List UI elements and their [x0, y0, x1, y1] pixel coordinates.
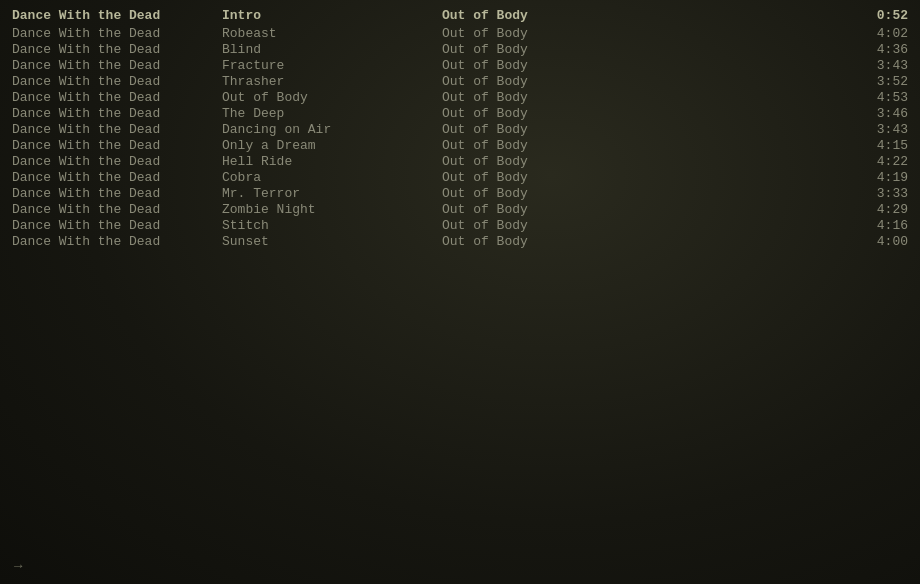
table-row[interactable]: Dance With the DeadMr. TerrorOut of Body…	[0, 186, 920, 202]
track-title: Out of Body	[222, 90, 442, 106]
track-duration: 3:33	[848, 186, 908, 202]
track-artist: Dance With the Dead	[12, 170, 222, 186]
track-duration: 4:15	[848, 138, 908, 154]
track-title: Fracture	[222, 58, 442, 74]
track-album: Out of Body	[442, 154, 848, 170]
track-list-header: Dance With the Dead Intro Out of Body 0:…	[0, 8, 920, 24]
track-title: The Deep	[222, 106, 442, 122]
track-album: Out of Body	[442, 138, 848, 154]
track-duration: 4:53	[848, 90, 908, 106]
track-artist: Dance With the Dead	[12, 106, 222, 122]
track-duration: 4:02	[848, 26, 908, 42]
track-artist: Dance With the Dead	[12, 74, 222, 90]
track-title: Robeast	[222, 26, 442, 42]
table-row[interactable]: Dance With the DeadZombie NightOut of Bo…	[0, 202, 920, 218]
track-album: Out of Body	[442, 90, 848, 106]
track-title: Hell Ride	[222, 154, 442, 170]
track-artist: Dance With the Dead	[12, 42, 222, 58]
table-row[interactable]: Dance With the DeadThe DeepOut of Body3:…	[0, 106, 920, 122]
track-duration: 4:16	[848, 218, 908, 234]
track-duration: 3:52	[848, 74, 908, 90]
track-title: Zombie Night	[222, 202, 442, 218]
track-artist: Dance With the Dead	[12, 154, 222, 170]
track-artist: Dance With the Dead	[12, 26, 222, 42]
table-row[interactable]: Dance With the DeadFractureOut of Body3:…	[0, 58, 920, 74]
track-album: Out of Body	[442, 234, 848, 250]
track-title: Cobra	[222, 170, 442, 186]
track-album: Out of Body	[442, 186, 848, 202]
track-artist: Dance With the Dead	[12, 122, 222, 138]
header-duration: 0:52	[848, 8, 908, 24]
track-album: Out of Body	[442, 218, 848, 234]
track-album: Out of Body	[442, 26, 848, 42]
header-artist: Dance With the Dead	[12, 8, 222, 24]
track-artist: Dance With the Dead	[12, 90, 222, 106]
table-row[interactable]: Dance With the DeadSunsetOut of Body4:00	[0, 234, 920, 250]
track-album: Out of Body	[442, 106, 848, 122]
track-duration: 4:22	[848, 154, 908, 170]
track-duration: 4:00	[848, 234, 908, 250]
track-duration: 4:19	[848, 170, 908, 186]
track-title: Sunset	[222, 234, 442, 250]
table-row[interactable]: Dance With the DeadCobraOut of Body4:19	[0, 170, 920, 186]
header-album: Out of Body	[442, 8, 848, 24]
table-row[interactable]: Dance With the DeadDancing on AirOut of …	[0, 122, 920, 138]
header-title: Intro	[222, 8, 442, 24]
bottom-arrow-icon: →	[14, 558, 22, 574]
table-row[interactable]: Dance With the DeadStitchOut of Body4:16	[0, 218, 920, 234]
table-row[interactable]: Dance With the DeadOnly a DreamOut of Bo…	[0, 138, 920, 154]
track-duration: 3:46	[848, 106, 908, 122]
track-artist: Dance With the Dead	[12, 138, 222, 154]
track-album: Out of Body	[442, 170, 848, 186]
track-title: Stitch	[222, 218, 442, 234]
track-duration: 4:29	[848, 202, 908, 218]
track-album: Out of Body	[442, 58, 848, 74]
track-title: Thrasher	[222, 74, 442, 90]
table-row[interactable]: Dance With the DeadBlindOut of Body4:36	[0, 42, 920, 58]
track-album: Out of Body	[442, 74, 848, 90]
track-title: Mr. Terror	[222, 186, 442, 202]
track-album: Out of Body	[442, 122, 848, 138]
track-album: Out of Body	[442, 202, 848, 218]
track-title: Dancing on Air	[222, 122, 442, 138]
track-title: Only a Dream	[222, 138, 442, 154]
track-duration: 4:36	[848, 42, 908, 58]
track-artist: Dance With the Dead	[12, 218, 222, 234]
table-row[interactable]: Dance With the DeadRobeastOut of Body4:0…	[0, 26, 920, 42]
track-title: Blind	[222, 42, 442, 58]
track-artist: Dance With the Dead	[12, 202, 222, 218]
track-duration: 3:43	[848, 58, 908, 74]
table-row[interactable]: Dance With the DeadThrasherOut of Body3:…	[0, 74, 920, 90]
track-list: Dance With the Dead Intro Out of Body 0:…	[0, 0, 920, 258]
track-duration: 3:43	[848, 122, 908, 138]
track-artist: Dance With the Dead	[12, 186, 222, 202]
track-artist: Dance With the Dead	[12, 58, 222, 74]
table-row[interactable]: Dance With the DeadHell RideOut of Body4…	[0, 154, 920, 170]
table-row[interactable]: Dance With the DeadOut of BodyOut of Bod…	[0, 90, 920, 106]
track-artist: Dance With the Dead	[12, 234, 222, 250]
track-album: Out of Body	[442, 42, 848, 58]
